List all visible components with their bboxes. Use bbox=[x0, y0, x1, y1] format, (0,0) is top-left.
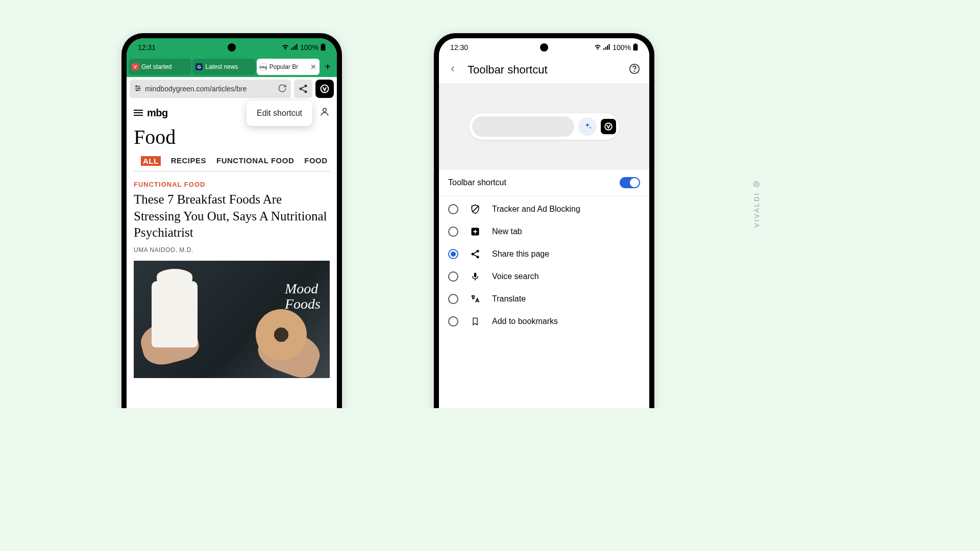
wifi-icon bbox=[282, 43, 289, 52]
address-input[interactable]: mindbodygreen.com/articles/bre bbox=[130, 80, 291, 98]
category-tabs: ALL RECIPES FUNCTIONAL FOOD FOOD TR bbox=[134, 152, 330, 171]
option-voice-search[interactable]: Voice search bbox=[439, 265, 649, 288]
mbg-favicon: mbg bbox=[260, 63, 267, 70]
category-recipes[interactable]: RECIPES bbox=[171, 156, 206, 166]
profile-icon[interactable] bbox=[320, 107, 330, 119]
bookmark-icon bbox=[470, 316, 481, 327]
svg-rect-0 bbox=[291, 48, 292, 50]
radio-button[interactable] bbox=[448, 227, 458, 237]
article-kicker[interactable]: FUNCTIONAL FOOD bbox=[127, 171, 337, 191]
svg-rect-26 bbox=[634, 43, 636, 44]
hamburger-icon[interactable] bbox=[134, 107, 143, 119]
svg-point-37 bbox=[477, 256, 479, 258]
svg-point-13 bbox=[300, 88, 302, 90]
sparkle-icon bbox=[578, 117, 597, 136]
option-new-tab[interactable]: New tab bbox=[439, 220, 649, 243]
article-image[interactable]: Mood Foods bbox=[134, 261, 330, 378]
radio-button[interactable] bbox=[448, 271, 458, 282]
status-time: 12:31 bbox=[138, 43, 156, 52]
image-overlay-text: Mood bbox=[285, 281, 321, 297]
back-icon[interactable] bbox=[448, 64, 457, 76]
option-add-bookmark[interactable]: Add to bookmarks bbox=[439, 310, 649, 333]
svg-line-31 bbox=[472, 206, 478, 212]
option-share-page[interactable]: Share this page bbox=[439, 243, 649, 265]
option-label: Tracker and Ad Blocking bbox=[492, 205, 580, 214]
camera-notch bbox=[228, 43, 236, 52]
svg-rect-4 bbox=[322, 43, 324, 44]
vivaldi-menu-button[interactable] bbox=[315, 80, 334, 98]
option-tracker-blocking[interactable]: Tracker and Ad Blocking bbox=[439, 198, 649, 220]
shortcut-options: Tracker and Ad Blocking New tab Share th… bbox=[439, 196, 649, 335]
svg-point-11 bbox=[136, 89, 138, 91]
option-translate[interactable]: Translate bbox=[439, 288, 649, 310]
url-bar: mindbodygreen.com/articles/bre bbox=[127, 77, 337, 101]
settings-title: Toolbar shortcut bbox=[468, 63, 619, 77]
url-text: mindbodygreen.com/articles/bre bbox=[145, 85, 275, 93]
settings-header: Toolbar shortcut bbox=[439, 57, 649, 83]
help-icon[interactable] bbox=[629, 63, 640, 77]
svg-point-7 bbox=[136, 85, 137, 87]
svg-point-42 bbox=[754, 182, 760, 187]
category-foodtr[interactable]: FOOD TR bbox=[304, 156, 330, 166]
category-functional[interactable]: FUNCTIONAL FOOD bbox=[216, 156, 294, 166]
status-time: 12:30 bbox=[450, 43, 468, 52]
translate-icon bbox=[470, 294, 481, 304]
plus-square-icon bbox=[470, 227, 481, 236]
signal-icon bbox=[603, 43, 610, 52]
image-overlay-text: Foods bbox=[285, 296, 321, 312]
tab-latest-news[interactable]: G Latest news bbox=[192, 59, 255, 75]
share-button[interactable] bbox=[294, 80, 312, 98]
vivaldi-favicon: V bbox=[132, 63, 139, 70]
radio-button[interactable] bbox=[448, 294, 458, 304]
radio-button[interactable] bbox=[448, 204, 458, 214]
tab-strip: V Get started G Latest news mbg Popular … bbox=[127, 57, 337, 77]
toolbar-shortcut-toggle-row: Toolbar shortcut bbox=[439, 170, 649, 196]
svg-line-16 bbox=[302, 89, 305, 91]
toolbar-preview bbox=[439, 83, 649, 170]
svg-point-21 bbox=[323, 108, 327, 112]
guardian-favicon: G bbox=[195, 63, 203, 70]
popup-label: Edit shortcut bbox=[257, 109, 302, 117]
tab-get-started[interactable]: V Get started bbox=[129, 59, 191, 75]
option-label: New tab bbox=[492, 227, 522, 236]
wifi-icon bbox=[594, 43, 601, 52]
battery-icon bbox=[321, 43, 326, 52]
svg-rect-1 bbox=[293, 47, 294, 50]
tab-label: Latest news bbox=[205, 63, 238, 70]
close-tab-icon[interactable]: ✕ bbox=[310, 63, 316, 71]
svg-rect-40 bbox=[474, 273, 477, 278]
svg-point-29 bbox=[634, 71, 635, 71]
svg-rect-2 bbox=[295, 45, 296, 49]
phone-left: 12:31 100% V Get starte bbox=[121, 33, 342, 408]
tab-label: Popular Br bbox=[270, 63, 299, 70]
radio-button-selected[interactable] bbox=[448, 249, 458, 259]
article-headline[interactable]: These 7 Breakfast Foods Are Stressing Yo… bbox=[127, 191, 337, 246]
option-label: Add to bookmarks bbox=[492, 317, 558, 326]
reload-icon[interactable] bbox=[278, 84, 287, 94]
battery-icon bbox=[633, 43, 638, 52]
svg-point-9 bbox=[138, 87, 140, 89]
radio-button[interactable] bbox=[448, 316, 458, 327]
svg-line-38 bbox=[474, 252, 477, 253]
svg-rect-27 bbox=[633, 44, 638, 50]
edit-shortcut-popup[interactable]: Edit shortcut bbox=[247, 101, 312, 126]
article-byline[interactable]: UMA NAIDOO, M.D. bbox=[127, 246, 337, 261]
site-logo[interactable]: mbg bbox=[147, 107, 168, 119]
svg-line-39 bbox=[474, 255, 477, 256]
category-all[interactable]: ALL bbox=[141, 156, 161, 166]
site-settings-icon[interactable] bbox=[134, 85, 142, 93]
share-icon bbox=[470, 249, 481, 259]
new-tab-button[interactable]: + bbox=[321, 60, 335, 74]
svg-line-15 bbox=[302, 86, 305, 88]
svg-rect-22 bbox=[603, 48, 604, 50]
signal-icon bbox=[291, 43, 298, 52]
vivaldi-watermark: VIVALDI bbox=[753, 181, 761, 228]
option-label: Share this page bbox=[492, 249, 549, 259]
phone-right: 12:30 100% Tool bbox=[434, 33, 654, 408]
svg-rect-23 bbox=[605, 47, 606, 50]
svg-point-12 bbox=[305, 85, 307, 87]
svg-rect-5 bbox=[321, 44, 326, 50]
microphone-icon bbox=[470, 271, 481, 282]
tab-popular-active[interactable]: mbg Popular Br ✕ bbox=[257, 59, 320, 75]
toggle-switch[interactable] bbox=[620, 177, 640, 188]
